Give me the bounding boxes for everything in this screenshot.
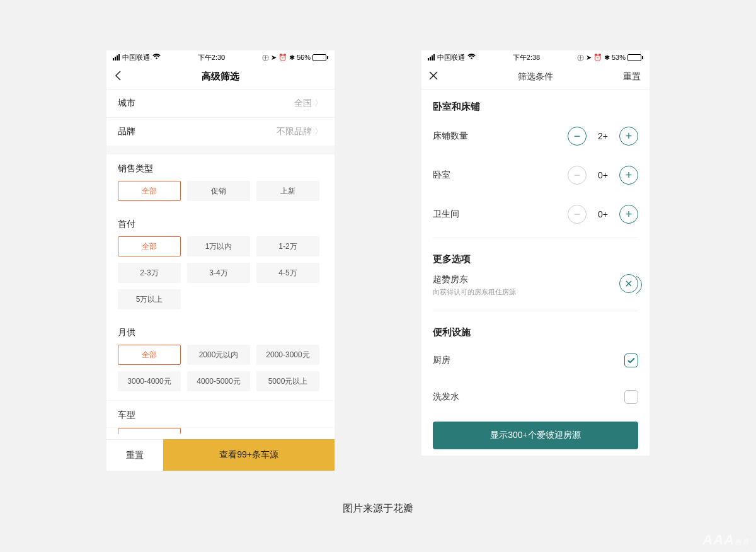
- pill-m-4[interactable]: 4000-5000元: [187, 371, 250, 391]
- status-time: 下午2:30: [198, 53, 225, 62]
- pill-dp-1[interactable]: 1万以内: [187, 236, 250, 256]
- section-title-beds: 卧室和床铺: [421, 89, 650, 117]
- signal-icon: [428, 54, 435, 60]
- watermark: AAA教育: [702, 532, 750, 548]
- row-superhost: 超赞房东 向获得认可的房东租住房源: [421, 269, 650, 307]
- wifi-icon: [467, 53, 476, 62]
- alarm-icon: ⏰: [278, 54, 287, 62]
- plus-button[interactable]: +: [619, 127, 638, 146]
- section-title-amenity: 便利设施: [421, 315, 650, 342]
- nav-bar: 筛选条件 重置: [421, 64, 650, 89]
- minus-button[interactable]: −: [568, 127, 587, 146]
- pill-promo[interactable]: 促销: [187, 181, 250, 201]
- caption-text: 图片来源于花瓣: [0, 502, 756, 515]
- close-button[interactable]: [429, 70, 438, 83]
- stepper-label: 床铺数量: [433, 130, 468, 142]
- row-brand[interactable]: 品牌 不限品牌〉: [106, 117, 335, 146]
- superhost-toggle[interactable]: [619, 274, 638, 293]
- status-bar: 中国联通 下午2:30 ㊉ ➤ ⏰ ✱ 56%: [106, 50, 335, 64]
- signal-icon: [113, 54, 120, 60]
- orientation-lock-icon: ㊉: [577, 53, 584, 62]
- page-title: 高级筛选: [202, 71, 239, 83]
- amenity-label: 洗发水: [433, 391, 459, 403]
- superhost-title: 超赞房东: [433, 274, 516, 285]
- stepper-value: 0+: [595, 209, 610, 219]
- status-time: 下午2:38: [513, 53, 540, 62]
- kitchen-checkbox[interactable]: [624, 354, 638, 367]
- pill-all[interactable]: 全部: [118, 181, 181, 201]
- location-icon: ➤: [271, 54, 277, 62]
- carrier-label: 中国联通: [122, 53, 150, 62]
- pill-grid-saletype: 全部 促销 上新: [106, 181, 335, 210]
- section-title-downpayment: 首付: [106, 210, 335, 236]
- pill-dp-0[interactable]: 全部: [118, 236, 181, 256]
- pill-m-2[interactable]: 2000-3000元: [256, 345, 319, 365]
- pill-m-3[interactable]: 3000-4000元: [118, 371, 181, 391]
- stepper-bedrooms: 卧室 − 0+ +: [421, 156, 650, 195]
- location-icon: ➤: [586, 54, 592, 62]
- bluetooth-icon: ✱: [289, 54, 295, 62]
- pill-dp-4[interactable]: 3-4万: [187, 263, 250, 283]
- section-title-saletype: 销售类型: [106, 154, 335, 181]
- pill-cartype-peek[interactable]: [118, 428, 181, 434]
- section-title-monthly: 月供: [106, 318, 335, 345]
- stepper-beds: 床铺数量 − 2+ +: [421, 117, 650, 156]
- plus-button[interactable]: +: [619, 166, 638, 185]
- alarm-icon: ⏰: [593, 54, 602, 62]
- battery-icon: [312, 54, 328, 61]
- row-label: 品牌: [118, 126, 135, 137]
- pill-m-5[interactable]: 5000元以上: [256, 371, 319, 391]
- orientation-lock-icon: ㊉: [262, 53, 269, 62]
- section-title-more: 更多选项: [421, 242, 650, 269]
- shampoo-checkbox[interactable]: [624, 390, 638, 404]
- pill-grid-monthly: 全部 2000元以内 2000-3000元 3000-4000元 4000-50…: [106, 345, 335, 400]
- stepper-label: 卧室: [433, 170, 450, 181]
- row-city[interactable]: 城市 全国〉: [106, 89, 335, 117]
- stepper-label: 卫生间: [433, 209, 459, 220]
- row-value: 不限品牌: [277, 126, 312, 137]
- battery-icon: [627, 54, 643, 61]
- bottom-bar: 重置 查看99+条车源: [106, 439, 335, 471]
- stepper-value: 0+: [595, 170, 610, 180]
- plus-button[interactable]: +: [619, 205, 638, 224]
- reset-link[interactable]: 重置: [623, 71, 641, 83]
- chevron-right-icon: 〉: [314, 126, 323, 137]
- stepper-value: 2+: [595, 131, 610, 141]
- submit-button[interactable]: 显示300+个爱彼迎房源: [433, 422, 638, 449]
- pill-m-0[interactable]: 全部: [118, 345, 181, 365]
- pill-new[interactable]: 上新: [256, 181, 319, 201]
- row-value: 全国: [294, 98, 312, 109]
- back-button[interactable]: [114, 70, 123, 83]
- battery-pct: 56%: [297, 54, 311, 61]
- reset-button[interactable]: 重置: [106, 439, 163, 471]
- pill-dp-2[interactable]: 1-2万: [256, 236, 319, 256]
- nav-bar: 高级筛选: [106, 64, 335, 89]
- minus-button: −: [568, 205, 587, 224]
- status-bar: 中国联通 下午2:38 ㊉ ➤ ⏰ ✱ 53%: [421, 50, 650, 64]
- pill-dp-6[interactable]: 5万以上: [118, 289, 181, 309]
- pill-dp-3[interactable]: 2-3万: [118, 263, 181, 283]
- chevron-right-icon: 〉: [314, 98, 323, 109]
- phone-left: 中国联通 下午2:30 ㊉ ➤ ⏰ ✱ 56% 高级筛选: [106, 50, 335, 471]
- minus-button: −: [568, 166, 587, 185]
- pill-grid-downpayment: 全部 1万以内 1-2万 2-3万 3-4万 4-5万 5万以上: [106, 236, 335, 318]
- pill-m-1[interactable]: 2000元以内: [187, 345, 250, 365]
- page-title: 筛选条件: [518, 71, 553, 83]
- superhost-subtitle: 向获得认可的房东租住房源: [433, 287, 516, 297]
- phone-right: 中国联通 下午2:38 ㊉ ➤ ⏰ ✱ 53% 筛选条件: [421, 50, 650, 456]
- row-shampoo: 洗发水: [421, 379, 650, 415]
- row-kitchen: 厨房: [421, 342, 650, 379]
- pill-dp-5[interactable]: 4-5万: [256, 263, 319, 283]
- section-title-cartype: 车型: [106, 400, 335, 427]
- battery-pct: 53%: [612, 54, 626, 61]
- row-label: 城市: [118, 98, 135, 109]
- stepper-bathrooms: 卫生间 − 0+ +: [421, 195, 650, 234]
- amenity-label: 厨房: [433, 355, 450, 366]
- submit-button[interactable]: 查看99+条车源: [163, 439, 335, 471]
- bluetooth-icon: ✱: [604, 54, 610, 62]
- carrier-label: 中国联通: [437, 53, 465, 62]
- pill-grid-cartype: [106, 427, 335, 434]
- wifi-icon: [152, 53, 161, 62]
